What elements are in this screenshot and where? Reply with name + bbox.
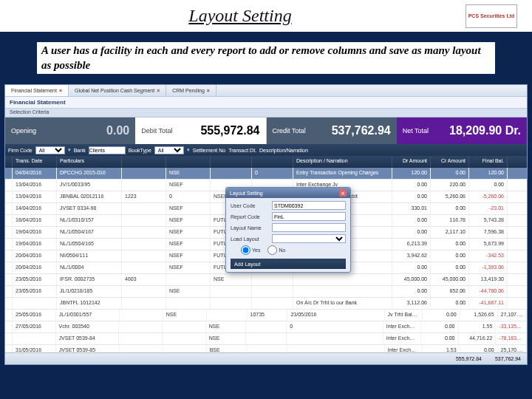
cell (5, 286, 13, 297)
load-layout-select[interactable] (272, 234, 346, 243)
cell (122, 168, 166, 179)
table-row[interactable]: 23/05/2016IFSR. 00027354603NSE45,000.004… (5, 274, 527, 286)
summary-debit: Debit Total555,972.84 (135, 117, 266, 144)
default-radio-group: Yes No (231, 245, 346, 255)
table-row[interactable]: 27/05/2016Vchr. 003540NSE0Inter Exchange… (5, 321, 527, 333)
cell (166, 274, 211, 285)
cell: 27,107.57 (498, 310, 527, 321)
cell: 0.00 (423, 310, 460, 321)
cell: JBNBAL 02012116 (57, 191, 122, 202)
cell: 23/05/2016 (13, 286, 57, 297)
cell: 6,213.39 (392, 239, 431, 250)
cell: 13/04/2016 (13, 191, 57, 202)
report-code-label: Report Code (231, 214, 269, 219)
tab-label: Global Net Position Cash Segment (75, 88, 154, 93)
cell (119, 333, 163, 344)
cell (5, 239, 13, 250)
tab-label: Financial Statement (11, 88, 57, 93)
dialog-title: Layout Setting (230, 191, 263, 196)
close-icon[interactable]: × (339, 189, 347, 197)
cell: NL/1/0004 (57, 262, 122, 273)
cell: IFSR. 0002735 (57, 274, 122, 285)
table-row[interactable]: 23/05/2016JL/1/0218/185NSE0.00852.06-44,… (5, 286, 527, 298)
summary-bar: Opening0.00 Debit Total555,972.84 Credit… (5, 117, 527, 144)
cell (5, 215, 13, 226)
book-label: BookType (129, 148, 151, 153)
brand-logo: PCS Securities Ltd (466, 4, 517, 28)
cell: NSE (206, 333, 247, 344)
cell: 13,419.30 (469, 274, 508, 285)
report-code-input[interactable] (272, 212, 346, 221)
user-code-input[interactable] (272, 201, 346, 210)
chevron-down-icon[interactable]: ▾ (68, 147, 71, 153)
cell: 852.06 (431, 286, 469, 297)
cell: DPCCHG 2015-016 (57, 168, 122, 179)
cell: 23/05/2016 (287, 310, 384, 321)
table-row[interactable]: JVSET 0539-84NSEInter Exchange Jv0.0044,… (5, 333, 527, 345)
cell: -342.53 (469, 250, 508, 262)
user-code-label: User Code (231, 203, 269, 208)
cell: NSEF (166, 215, 211, 226)
table-row[interactable]: 25/05/2016JL/1/0301/557NSE1073523/05/201… (5, 310, 527, 321)
cell: -44,780.06 (469, 286, 508, 297)
summary-opening: Opening0.00 (5, 117, 135, 144)
cell: 25/05/2016 (13, 310, 56, 321)
footer-dr: 555,972.84 (456, 356, 482, 361)
cell: 116.78 (431, 215, 469, 226)
selection-criteria-bar[interactable]: Selection Criteria (5, 109, 527, 117)
close-icon[interactable]: × (207, 88, 210, 93)
cell: -5,260.06 (469, 191, 508, 202)
footer-cr: 537,762.94 (495, 356, 521, 361)
cell (5, 180, 13, 191)
description: A user has a facility in each and every … (0, 33, 532, 84)
table-row[interactable]: 04/04/2016DPCCHG 2015-016NSE0Entry Trans… (5, 168, 527, 180)
add-layout-button[interactable]: Add Layout (231, 259, 346, 269)
cell (252, 286, 293, 297)
cell: 19/04/2016 (13, 239, 57, 250)
close-icon[interactable]: × (157, 88, 160, 93)
cell: 2,117.10 (431, 227, 469, 238)
cell: NSEF (166, 180, 211, 191)
cell: 5,260.06 (431, 191, 469, 202)
bank-input[interactable] (89, 146, 126, 154)
cell (5, 227, 13, 238)
app-window: Financial Statement × Global Net Positio… (4, 84, 528, 365)
radio-no[interactable]: No (267, 245, 285, 255)
bank-label: Bank (74, 148, 86, 153)
cell (122, 286, 166, 297)
settlement-label: Settlement No (193, 148, 225, 153)
tab-crm-pending[interactable]: CRM Pending × (166, 85, 216, 96)
tab-financial-statement[interactable]: Financial Statement × (5, 85, 69, 96)
cell (120, 310, 163, 321)
summary-net: Net Total18,209.90 Dr. (397, 117, 527, 144)
table-header: Trans. Date Particulars Description / Na… (5, 156, 527, 168)
tab-global-net-position[interactable]: Global Net Position Cash Segment × (69, 85, 166, 96)
cell: 0.00 (392, 215, 431, 226)
firm-code-select[interactable]: All (35, 146, 65, 154)
cell (122, 262, 166, 273)
dialog-titlebar[interactable]: Layout Setting × (226, 188, 350, 198)
cell (122, 203, 166, 214)
radio-yes[interactable]: Yes (241, 245, 260, 255)
cell (5, 168, 13, 179)
cell: 44,716.22 (459, 333, 497, 344)
cell (5, 262, 13, 273)
close-icon[interactable]: × (59, 88, 62, 93)
layout-name-input[interactable] (272, 223, 346, 232)
table-row[interactable]: JBNTFL 1012142On A/c Dr Trfd to our Bank… (5, 298, 527, 310)
tab-bar: Financial Statement × Global Net Positio… (5, 85, 527, 97)
cell: 0.00 (431, 262, 469, 273)
cell (5, 298, 13, 309)
cell: NSEF (166, 239, 211, 250)
firm-code-label: Firm Code (8, 148, 33, 153)
chevron-down-icon[interactable]: ▾ (187, 147, 190, 153)
cell: 3,112.06 (392, 298, 431, 309)
cell (122, 180, 166, 191)
cell (207, 310, 248, 321)
cell (5, 191, 13, 202)
cell: 18/04/2016 (13, 215, 57, 226)
cell (122, 250, 166, 262)
cell: 13/04/2016 (13, 180, 57, 191)
book-select[interactable]: All (154, 146, 184, 154)
cell (5, 203, 13, 214)
